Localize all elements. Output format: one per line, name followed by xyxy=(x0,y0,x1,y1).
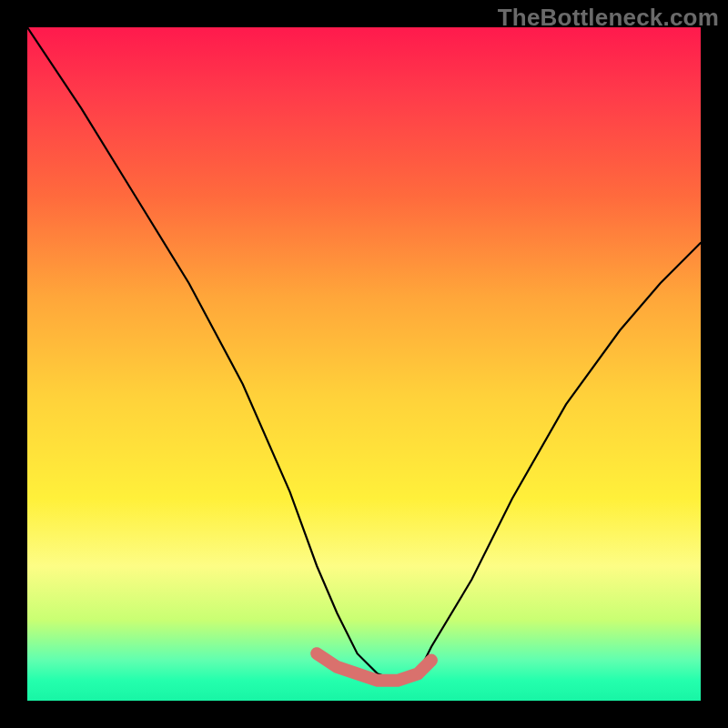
watermark-text: TheBottleneck.com xyxy=(498,4,719,32)
chart-plot-area xyxy=(27,27,701,701)
chart-frame: TheBottleneck.com xyxy=(0,0,728,728)
chart-curves-svg xyxy=(27,27,701,701)
chart-curve-line xyxy=(27,27,701,681)
chart-low-highlight xyxy=(317,653,431,681)
